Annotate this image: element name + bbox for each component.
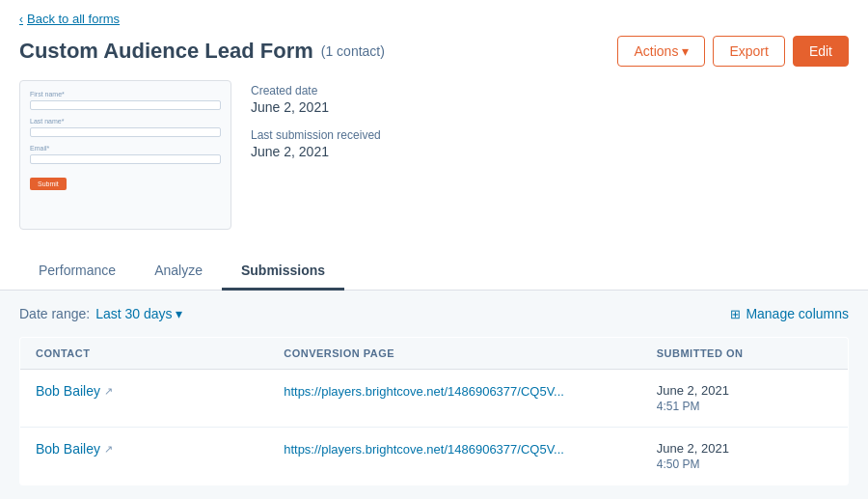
form-preview: First name* Last name* Email* Submit	[19, 80, 231, 230]
last-submission-value: June 2, 2021	[251, 144, 381, 159]
preview-field-label-1: First name*	[30, 91, 221, 97]
table-header: Contact Conversion Page Submitted On	[20, 338, 849, 370]
columns-icon: ⊞	[730, 307, 741, 321]
submitted-date-0: June 2, 2021	[657, 383, 832, 398]
page-url-link-1[interactable]: https://players.brightcove.net/148690637…	[284, 442, 564, 457]
date-range-row: Date range: Last 30 days ▾ ⊞ Manage colu…	[19, 306, 849, 321]
actions-button-label: Actions	[634, 43, 678, 59]
submitted-time-1: 4:50 PM	[657, 457, 832, 471]
tabs-bar: Performance Analyze Submissions	[0, 253, 868, 291]
page-title: Custom Audience Lead Form	[19, 39, 313, 64]
date-range-label: Date range:	[19, 306, 90, 321]
edit-button[interactable]: Edit	[793, 36, 849, 67]
table-row: Bob Bailey ↗ https://players.brightcove.…	[20, 370, 849, 428]
back-to-forms-link[interactable]: ‹ Back to all forms	[0, 0, 868, 32]
date-range-value-text: Last 30 days	[95, 306, 172, 321]
form-info: First name* Last name* Email* Submit Cre…	[0, 80, 868, 245]
export-button-label: Export	[729, 43, 768, 59]
back-chevron-icon: ‹	[19, 13, 23, 26]
tab-analyze[interactable]: Analyze	[135, 253, 222, 291]
export-button[interactable]: Export	[713, 36, 784, 67]
cell-contact-1: Bob Bailey ↗	[20, 428, 269, 485]
table-row: Bob Bailey ↗ https://players.brightcove.…	[20, 428, 849, 485]
date-range-dropdown-icon: ▾	[176, 306, 182, 321]
submissions-table: Contact Conversion Page Submitted On Bob…	[19, 337, 849, 485]
page-url-link-0[interactable]: https://players.brightcove.net/148690637…	[284, 384, 564, 399]
tab-performance[interactable]: Performance	[19, 253, 135, 291]
created-date-label: Created date	[251, 84, 381, 97]
last-submission-label: Last submission received	[251, 128, 381, 142]
external-link-icon-0: ↗	[104, 385, 113, 398]
cell-submitted-0: June 2, 2021 4:51 PM	[641, 370, 849, 428]
form-metadata: Created date June 2, 2021 Last submissio…	[251, 80, 381, 230]
created-date-section: Created date June 2, 2021	[251, 84, 381, 115]
submitted-time-0: 4:51 PM	[657, 400, 832, 413]
date-range-left: Date range: Last 30 days ▾	[19, 306, 182, 321]
actions-dropdown-icon: ▾	[682, 43, 689, 59]
preview-field-input-2	[30, 127, 221, 137]
contact-name-1: Bob Bailey	[36, 441, 100, 457]
header-left: Custom Audience Lead Form (1 contact)	[19, 39, 385, 64]
actions-button[interactable]: Actions ▾	[617, 36, 705, 67]
contact-count: (1 contact)	[321, 43, 385, 59]
cell-submitted-1: June 2, 2021 4:50 PM	[641, 428, 849, 485]
contact-link-0[interactable]: Bob Bailey ↗	[36, 383, 253, 399]
preview-field-input-3	[30, 154, 221, 164]
page-header: Custom Audience Lead Form (1 contact) Ac…	[0, 32, 868, 80]
header-actions: Actions ▾ Export Edit	[617, 36, 849, 67]
contact-name-0: Bob Bailey	[36, 383, 100, 399]
preview-field-input-1	[30, 100, 221, 110]
external-link-icon-1: ↗	[104, 443, 113, 456]
cell-contact-0: Bob Bailey ↗	[20, 370, 269, 428]
preview-submit-button: Submit	[30, 178, 67, 190]
back-link-text: Back to all forms	[27, 12, 120, 26]
col-header-contact: Contact	[20, 338, 269, 370]
manage-columns-button[interactable]: ⊞ Manage columns	[730, 306, 849, 321]
manage-columns-label: Manage columns	[746, 306, 849, 321]
contact-link-1[interactable]: Bob Bailey ↗	[36, 441, 253, 457]
submissions-area: Date range: Last 30 days ▾ ⊞ Manage colu…	[0, 291, 868, 499]
tab-submissions[interactable]: Submissions	[222, 253, 344, 291]
date-range-selector[interactable]: Last 30 days ▾	[95, 306, 181, 321]
edit-button-label: Edit	[809, 43, 832, 59]
cell-page-1: https://players.brightcove.net/148690637…	[268, 428, 641, 485]
submitted-date-1: June 2, 2021	[657, 441, 832, 456]
table-body: Bob Bailey ↗ https://players.brightcove.…	[20, 370, 849, 485]
col-header-submitted-on: Submitted On	[641, 338, 849, 370]
cell-page-0: https://players.brightcove.net/148690637…	[268, 370, 641, 428]
preview-field-label-2: Last name*	[30, 118, 221, 125]
preview-field-label-3: Email*	[30, 145, 221, 152]
created-date-value: June 2, 2021	[251, 99, 381, 115]
col-header-conversion-page: Conversion Page	[268, 338, 641, 370]
last-submission-section: Last submission received June 2, 2021	[251, 128, 381, 159]
